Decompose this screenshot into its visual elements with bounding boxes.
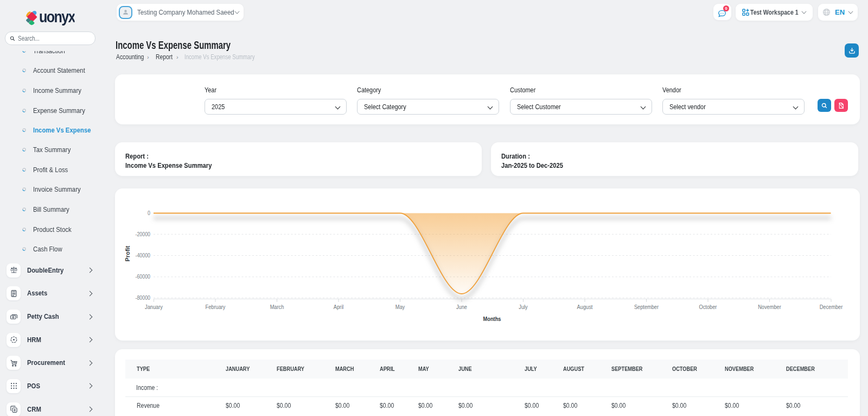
svg-text:-60000: -60000 [136, 273, 151, 280]
svg-text:Months: Months [483, 316, 501, 322]
svg-text:July: July [519, 304, 528, 310]
svg-text:-80000: -80000 [136, 294, 151, 301]
svg-text:January: January [145, 304, 163, 310]
svg-text:December: December [820, 304, 843, 310]
svg-text:March: March [270, 304, 284, 310]
svg-text:February: February [206, 304, 226, 310]
svg-text:-20000: -20000 [136, 231, 151, 237]
svg-text:November: November [758, 304, 781, 310]
svg-text:August: August [577, 304, 593, 310]
svg-text:October: October [699, 304, 717, 310]
svg-text:May: May [395, 304, 405, 310]
svg-text:April: April [334, 304, 344, 310]
svg-text:September: September [634, 304, 659, 310]
svg-text:Profit: Profit [124, 245, 131, 261]
svg-text:0: 0 [148, 210, 150, 216]
svg-text:June: June [456, 304, 467, 310]
svg-text:-40000: -40000 [136, 252, 151, 259]
